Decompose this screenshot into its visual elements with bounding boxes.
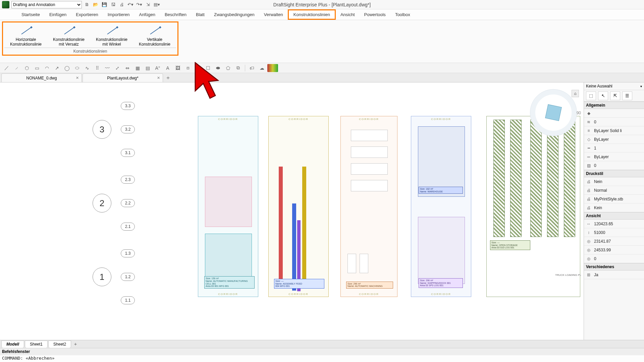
tab-ansicht[interactable]: Ansicht — [336, 9, 360, 20]
sheet-tab-sheet2[interactable]: Sheet2 — [48, 341, 71, 348]
tool-text-b-icon[interactable]: A — [163, 64, 172, 72]
horiz-constr-line-button[interactable]: Horizontale Konstruktionslinie — [4, 24, 47, 48]
prop-value[interactable]: Ja — [594, 273, 643, 277]
tool-line-icon[interactable]: ／ — [2, 64, 11, 72]
prop-value[interactable]: 1 — [594, 146, 643, 150]
viewcube[interactable] — [530, 89, 577, 136]
close-icon[interactable]: ✕ — [157, 76, 160, 80]
coord-icon: ↔ — [585, 221, 592, 227]
prop-value[interactable]: ByLayer — [594, 155, 643, 159]
prop-value[interactable]: Nein — [594, 179, 643, 184]
tool-fill-ellipse-icon[interactable]: ⬬ — [213, 64, 223, 72]
tab-anfuegen[interactable]: Anfügen — [134, 9, 160, 20]
tool-ellipse-icon[interactable]: ⬭ — [72, 64, 82, 72]
chevron-down-icon[interactable]: ▾ — [640, 84, 642, 88]
ucs-icon: ⊞ — [585, 272, 592, 278]
prop-value[interactable]: 0 — [594, 120, 643, 124]
tool-arrow-icon[interactable]: ↗ — [52, 64, 62, 72]
prop-value[interactable]: ByLayer Solid li — [594, 128, 643, 133]
tab-einfuegen[interactable]: Einfügen — [45, 9, 71, 20]
prop-value[interactable]: 24533.99 — [594, 248, 643, 252]
add-file-tab-button[interactable]: ＋ — [164, 73, 172, 82]
tool-align-icon[interactable]: ⌖ — [193, 64, 203, 72]
tab-blatt[interactable]: Blatt — [191, 9, 209, 20]
tab-powertools[interactable]: Powertools — [360, 9, 390, 20]
tool-polygon-icon[interactable]: ⬡ — [22, 64, 32, 72]
tool-join-icon[interactable]: ⧉ — [233, 64, 243, 72]
grid-bubble-minor: 3.1 — [121, 149, 135, 157]
command-line[interactable]: COMMAND: «Abbrechen» — [0, 355, 644, 362]
sheet-tab-sheet1[interactable]: Sheet1 — [25, 341, 48, 348]
workspace-select[interactable]: Drafting and Annotation — [11, 1, 82, 8]
tool-note-icon[interactable]: 🏷 — [247, 64, 257, 72]
prop-value[interactable]: Normal — [594, 188, 643, 193]
prop-value[interactable]: 120423.65 — [594, 222, 643, 226]
close-icon[interactable]: ✕ — [76, 76, 79, 80]
tab-zwang[interactable]: Zwangsbedingungen — [209, 9, 259, 20]
corridor-label: CORRIDOR — [411, 291, 471, 297]
tool-table-icon[interactable]: ▤ — [143, 64, 152, 72]
tool-zigzag-icon[interactable]: 〰 — [103, 64, 112, 72]
offset-constr-line-button[interactable]: Konstruktionslinie mit Versatz — [47, 24, 90, 48]
save-as-icon[interactable]: 🖫 — [109, 1, 117, 8]
prop-value[interactable]: 0 — [594, 256, 643, 261]
tab-verwalten[interactable]: Verwalten — [259, 9, 288, 20]
tool-points-icon[interactable]: ⠿ — [93, 64, 102, 72]
add-sheet-button[interactable]: ＋ — [72, 341, 79, 348]
tool-block-icon[interactable]: ⧈ — [183, 64, 193, 72]
toolstrip-separator — [245, 65, 245, 71]
tab-startseite[interactable]: Startseite — [17, 9, 45, 20]
tool-pentagon-icon[interactable]: ⬠ — [223, 64, 233, 72]
tool-circle-icon[interactable]: ◯ — [62, 64, 72, 72]
new-file-icon[interactable]: 🗎 — [83, 1, 91, 8]
sheet-icon[interactable]: ▤▾ — [153, 1, 160, 8]
tool-arc-icon[interactable]: ◠ — [42, 64, 52, 72]
prop-value[interactable]: 51000 — [594, 230, 643, 235]
tool-revcloud-icon[interactable]: ☁ — [257, 64, 267, 72]
tool-dim-icon[interactable]: ⇔ — [123, 64, 132, 72]
prop-value[interactable]: ByLayer — [594, 137, 643, 142]
prop-value[interactable]: MyPrintStyle.stb — [594, 197, 643, 201]
undo-icon[interactable]: ↶▾ — [127, 1, 134, 8]
tab-importieren[interactable]: Importieren — [103, 9, 135, 20]
tool-image-icon[interactable]: 🖼 — [173, 64, 182, 72]
app-title: DraftSight Enterprise Plus - [PlantLayou… — [273, 2, 371, 7]
redo-icon[interactable]: ↷▾ — [136, 1, 143, 8]
prop-value[interactable]: 23141.87 — [594, 239, 643, 244]
open-folder-icon[interactable]: 📂 — [92, 1, 99, 8]
linetype-icon: ≡ — [585, 128, 592, 134]
tab-exportieren[interactable]: Exportieren — [71, 9, 103, 20]
tool-spline-icon[interactable]: ∿ — [83, 64, 92, 72]
vert-constr-line-button[interactable]: Vertikale Konstruktionslinie — [133, 24, 176, 48]
prop-value[interactable]: 0 — [594, 163, 643, 168]
properties-selection-state: Keine Auswahl — [586, 84, 612, 88]
tool-segment-icon[interactable]: ⤢ — [113, 64, 122, 72]
file-tab[interactable]: NONAME_0.dwg ✕ — [1, 73, 82, 82]
props-tool-quick-icon[interactable]: ⇱ — [610, 92, 620, 100]
tab-toolbox[interactable]: Toolbox — [390, 9, 415, 20]
sheet-tab-model[interactable]: Modell — [1, 341, 24, 348]
tool-color-swatch-icon[interactable] — [267, 64, 278, 72]
grid-bubble-minor: 2.3 — [121, 176, 135, 184]
export-icon[interactable]: ⇲ — [144, 1, 152, 8]
tab-beschriften[interactable]: Beschriften — [160, 9, 191, 20]
prop-value[interactable]: Kein — [594, 205, 643, 210]
props-tool-select-icon[interactable]: ⬚ — [586, 92, 596, 100]
save-icon[interactable]: 💾 — [101, 1, 108, 8]
tool-text-a-icon[interactable]: A° — [153, 64, 162, 72]
viewcube-home-icon[interactable]: ⌂ — [572, 90, 579, 97]
tab-konstruktionslinien[interactable]: Konstruktionslinien — [288, 9, 336, 20]
constr-line-icon — [107, 25, 117, 35]
props-tool-pick-icon[interactable]: ↖ — [598, 92, 608, 100]
tool-rectangle-icon[interactable]: ▭ — [32, 64, 42, 72]
viewcube-face[interactable] — [545, 104, 562, 121]
tool-polyline-icon[interactable]: ⟋ — [12, 64, 21, 72]
zone-tag: Size: 156 m² Name: AUTOMATIC MANUFACTURI… — [204, 276, 255, 289]
drawing-canvas[interactable]: 3 2 1 3.3 3.2 3.1 2.3 2.2 2.1 1.3 1.2 1.… — [0, 82, 584, 340]
file-tab[interactable]: PlantLayout.dwg* ✕ — [83, 73, 163, 82]
props-tool-list-icon[interactable]: ☰ — [622, 92, 632, 100]
tool-hatch-icon[interactable]: ▦ — [133, 64, 142, 72]
print-icon[interactable]: 🖨 — [118, 1, 125, 8]
angle-constr-line-button[interactable]: Konstruktionslinie mit Winkel — [90, 24, 133, 48]
tool-break-icon[interactable]: ☐ — [203, 64, 213, 72]
